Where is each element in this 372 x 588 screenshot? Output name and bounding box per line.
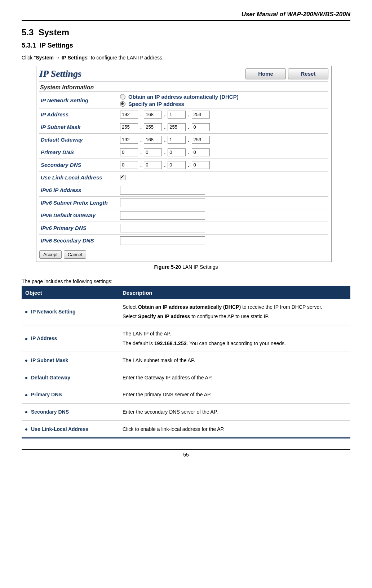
row-linklocal: Use Link-Local Address (39, 172, 328, 184)
ip-octet-4[interactable] (192, 111, 210, 119)
radio-dhcp-label: Obtain an IP address automatically (DHCP… (128, 94, 239, 100)
row-ipv6-gw: IPv6 Default Gateway (39, 209, 328, 222)
label-ip-net: IP Network Setting (39, 97, 120, 103)
description-cell: Click to enable a link-local address for… (119, 420, 350, 438)
row-ip-network-setting: IP Network Setting Obtain an IP address … (39, 93, 328, 108)
table-row: IP AddressThe LAN IP of the AP.The defau… (22, 325, 350, 352)
reset-button[interactable]: Reset (288, 68, 328, 79)
subsection-title: IP Settings (40, 42, 73, 49)
intro-bold: System → IP Settings (36, 55, 88, 61)
row-gateway: Default Gateway . . . (39, 134, 328, 146)
ipv6-sdns-input[interactable] (120, 236, 205, 245)
sdns-octet-4[interactable] (192, 161, 210, 169)
page-title: IP Settings (39, 68, 243, 79)
ip-octet-3[interactable] (168, 111, 186, 119)
description-cell: Select Obtain an IP address automaticall… (119, 299, 350, 325)
gw-octet-1[interactable] (120, 136, 138, 144)
description-cell: Enter the primary DNS server of the AP. (119, 386, 350, 404)
gw-octet-3[interactable] (168, 136, 186, 144)
settings-rows: IP Network Setting Obtain an IP address … (39, 93, 328, 247)
subsection-num: 5.3.1 (22, 42, 36, 49)
radio-icon (120, 101, 125, 107)
label-v6ip: IPv6 IP Address (39, 187, 120, 193)
table-row: IP Subnet MaskThe LAN subnet mask of the… (22, 352, 350, 369)
intro-text: Click "System → IP Settings" to configur… (22, 54, 350, 62)
radio-static-label: Specify an IP address (128, 101, 184, 107)
intro-prefix: Click " (22, 55, 36, 61)
radio-dhcp[interactable]: Obtain an IP address automatically (DHCP… (120, 94, 328, 100)
row-subnet: IP Subnet Mask . . . (39, 121, 328, 134)
ipv6-prefix-input[interactable] (120, 199, 205, 207)
sdns-octet-3[interactable] (168, 161, 186, 169)
table-row: Secondary DNSEnter the secondary DNS ser… (22, 403, 350, 420)
object-cell: IP Network Setting (22, 299, 119, 325)
label-v6prefix: IPv6 Subnet Prefix Length (39, 200, 120, 206)
subsection-heading: 5.3.1 IP Settings (22, 42, 350, 49)
table-row: IP Network SettingSelect Obtain an IP ad… (22, 299, 350, 325)
pdns-octet-1[interactable] (120, 148, 138, 156)
label-linklocal: Use Link-Local Address (39, 174, 120, 181)
ipv6-gw-input[interactable] (120, 211, 205, 220)
section-heading: 5.3 System (22, 27, 350, 37)
th-description: Description (119, 286, 350, 299)
figure-label: Figure 5-20 (154, 264, 181, 270)
page-number: -55- (22, 452, 350, 458)
label-gateway: Default Gateway (39, 137, 120, 143)
section-label: System Information (39, 84, 328, 92)
table-row: Primary DNSEnter the primary DNS server … (22, 386, 350, 404)
row-ipv6-ip: IPv6 IP Address (39, 184, 328, 197)
doc-header: User Manual of WAP-200N/WBS-200N (22, 11, 350, 20)
label-v6pdns: IPv6 Primary DNS (39, 225, 120, 231)
row-ipv6-sdns: IPv6 Secondary DNS (39, 235, 328, 247)
subnet-octet-1[interactable] (120, 123, 138, 131)
row-ipv6-pdns: IPv6 Primary DNS (39, 222, 328, 235)
row-secondary-dns: Secondary DNS . . . (39, 159, 328, 172)
action-buttons: Accept Cancel (39, 250, 328, 259)
description-table: Object Description IP Network SettingSel… (22, 286, 350, 438)
object-cell: Default Gateway (22, 369, 119, 386)
figure-caption: Figure 5-20 LAN IP Settings (22, 264, 350, 270)
pdns-octet-3[interactable] (168, 148, 186, 156)
object-cell: Use Link-Local Address (22, 420, 119, 438)
section-title: System (39, 27, 69, 37)
ipv6-ip-input[interactable] (120, 186, 205, 195)
subnet-octet-4[interactable] (192, 123, 210, 131)
sdns-octet-2[interactable] (144, 161, 162, 169)
table-row: Default GatewayEnter the Gateway IP addr… (22, 369, 350, 386)
subnet-octet-3[interactable] (168, 123, 186, 131)
object-cell: Primary DNS (22, 386, 119, 404)
object-cell: IP Subnet Mask (22, 352, 119, 369)
label-subnet: IP Subnet Mask (39, 124, 120, 130)
label-v6gw: IPv6 Default Gateway (39, 212, 120, 218)
gw-octet-4[interactable] (192, 136, 210, 144)
intro-suffix: " to configure the LAN IP address. (88, 55, 164, 61)
cancel-button[interactable]: Cancel (64, 250, 86, 259)
pdns-octet-4[interactable] (192, 148, 210, 156)
linklocal-checkbox[interactable] (120, 175, 125, 180)
sdns-octet-1[interactable] (120, 161, 138, 169)
description-cell: The LAN subnet mask of the AP. (119, 352, 350, 369)
subnet-octet-2[interactable] (144, 123, 162, 131)
row-ipv6-prefix: IPv6 Subnet Prefix Length (39, 197, 328, 209)
th-object: Object (22, 286, 119, 299)
pdns-octet-2[interactable] (144, 148, 162, 156)
label-ip-addr: IP Address (39, 111, 120, 117)
ipv6-pdns-input[interactable] (120, 224, 205, 232)
ip-settings-screenshot: IP Settings Home Reset System Informatio… (36, 66, 332, 262)
ip-octet-2[interactable] (144, 111, 162, 119)
description-cell: The LAN IP of the AP.The default is 192.… (119, 325, 350, 352)
radio-static[interactable]: Specify an IP address (120, 101, 328, 107)
ip-address-inputs: . . . (120, 111, 328, 119)
accept-button[interactable]: Accept (39, 250, 62, 259)
ip-octet-1[interactable] (120, 111, 138, 119)
object-cell: IP Address (22, 325, 119, 352)
title-bar: IP Settings Home Reset (39, 68, 328, 81)
header-rule (22, 20, 350, 21)
figure-caption-text: LAN IP Settings (182, 264, 218, 270)
section-num: 5.3 (22, 27, 34, 37)
home-button[interactable]: Home (245, 68, 286, 79)
row-primary-dns: Primary DNS . . . (39, 146, 328, 159)
description-cell: Enter the Gateway IP address of the AP. (119, 369, 350, 386)
row-ip-address: IP Address . . . (39, 108, 328, 121)
gw-octet-2[interactable] (144, 136, 162, 144)
